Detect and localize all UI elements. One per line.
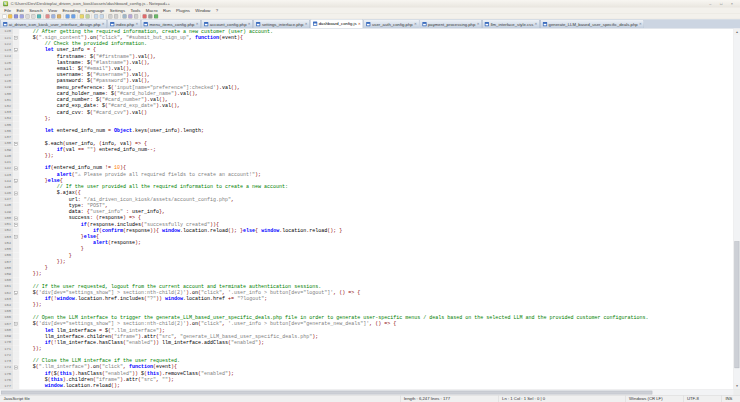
code-line-text: if(!llm_interface.hasClass("enabled")) l… <box>19 340 264 346</box>
scroll-up-icon[interactable]: ▲ <box>734 28 740 35</box>
replace-icon[interactable] <box>85 14 89 18</box>
menu-search[interactable]: Search <box>26 8 45 13</box>
tab-dashboard_config.js[interactable]: dashboard_config.js× <box>310 19 363 28</box>
tab-payment_processing.php[interactable]: payment_processing.php× <box>420 20 482 28</box>
code-line-text: }); <box>19 302 42 308</box>
menu-encoding[interactable]: Encoding <box>60 8 83 13</box>
open-folder-icon[interactable] <box>8 14 12 18</box>
print-icon[interactable] <box>37 14 41 18</box>
saved-file-icon <box>144 22 148 26</box>
close-all-icon[interactable] <box>31 14 35 18</box>
status-length-lines: length : 6,247 lines : 177 <box>400 395 498 402</box>
fold-collapse-icon[interactable] <box>14 36 17 39</box>
tab-llm_interface_style.css[interactable]: llm_interface_style.css× <box>482 20 540 28</box>
menu-plugins[interactable]: Plugins <box>173 8 192 13</box>
tab-settings_interface.php[interactable]: settings_interface.php× <box>253 20 309 28</box>
sync-horizontal-scrolling-icon[interactable] <box>114 14 118 18</box>
close-tab-icon[interactable]: × <box>136 22 138 26</box>
maximize-button[interactable]: □ <box>716 0 726 7</box>
menu-view[interactable]: View <box>45 8 59 13</box>
close-tab-icon[interactable]: × <box>477 22 479 26</box>
menu-settings[interactable]: Settings <box>107 8 128 13</box>
fold-collapse-icon[interactable] <box>14 322 17 325</box>
tab-user_auth_config.php[interactable]: user_auth_config.php× <box>363 20 419 28</box>
tab-label: generate_LLM_based_user_specific_deals.p… <box>549 22 638 27</box>
menu-run[interactable]: Run <box>160 8 173 13</box>
status-insert-mode[interactable]: INS <box>722 395 740 402</box>
fold-collapse-icon[interactable] <box>14 49 17 52</box>
code-line-text: }); <box>19 271 42 277</box>
tab-label: account_config.php <box>210 22 247 27</box>
zoom-out-icon[interactable] <box>100 14 104 18</box>
menu-file[interactable]: File <box>2 8 14 13</box>
fold-collapse-icon[interactable] <box>14 217 17 220</box>
menu-tools[interactable]: Tools <box>128 8 143 13</box>
save-all-icon[interactable] <box>20 14 24 18</box>
close-tab-icon[interactable]: × <box>196 22 198 26</box>
stop-macro-icon[interactable] <box>148 14 152 18</box>
saved-file-icon <box>204 22 208 26</box>
fold-collapse-icon[interactable] <box>14 179 17 182</box>
find-icon[interactable] <box>80 14 84 18</box>
fold-collapse-icon[interactable] <box>14 235 17 238</box>
record-macro-icon[interactable] <box>142 14 146 18</box>
vertical-scrollbar[interactable]: ▲ ▼ <box>733 28 740 389</box>
fold-collapse-icon[interactable] <box>14 192 17 195</box>
menu-macro[interactable]: Macro <box>143 8 160 13</box>
menu-window[interactable]: Window <box>193 8 213 13</box>
tab-label: settings_interface.php <box>262 22 303 27</box>
close-tab-icon[interactable]: × <box>414 22 416 26</box>
tab-index.php[interactable]: index.php× <box>107 20 140 28</box>
code-line-text: window.location.reload(); <box>19 383 120 389</box>
close-tab-icon[interactable]: × <box>305 22 307 26</box>
tab-ai_driven_icon_kiosk_user_interface_design.php[interactable]: ai_driven_icon_kiosk_user_interface_desi… <box>0 20 107 28</box>
vertical-scrollbar-thumb[interactable] <box>735 242 740 368</box>
paste-icon[interactable] <box>57 14 61 18</box>
saved-file-icon <box>110 22 114 26</box>
close-tab-icon[interactable]: × <box>639 22 641 26</box>
code-line-text: }; <box>19 116 51 122</box>
close-tab-icon[interactable]: × <box>102 22 104 26</box>
tab-menu_items_config.php[interactable]: menu_items_config.php× <box>141 20 201 28</box>
word-wrap-icon[interactable] <box>122 14 126 18</box>
horizontal-scrollbar-thumb[interactable] <box>1 391 652 394</box>
close-tab-icon[interactable]: × <box>248 22 250 26</box>
play-macro-icon[interactable] <box>154 14 158 18</box>
cut-icon[interactable] <box>45 14 49 18</box>
tab-label: user_auth_config.php <box>372 22 413 27</box>
horizontal-scrollbar[interactable] <box>0 390 740 395</box>
zoom-in-icon[interactable] <box>94 14 98 18</box>
fold-collapse-icon[interactable] <box>14 167 17 170</box>
close-button[interactable]: × <box>727 0 737 7</box>
sync-vertical-scrolling-icon[interactable] <box>108 14 112 18</box>
menu-help[interactable]: ? <box>213 8 221 13</box>
fold-collapse-icon[interactable] <box>14 291 17 294</box>
show-indent-guide-icon[interactable] <box>134 14 138 18</box>
close-tab-icon[interactable]: × <box>358 22 360 26</box>
window-controls: – □ × <box>705 0 737 7</box>
new-file-icon[interactable] <box>2 14 6 18</box>
status-encoding[interactable]: UTF-8 <box>683 395 722 402</box>
save-icon[interactable] <box>14 14 18 18</box>
status-eol-format[interactable]: Windows (CR LF) <box>625 395 683 402</box>
menu-language[interactable]: Language <box>83 8 107 13</box>
editor-area[interactable]: 120 // After getting the required inform… <box>0 28 740 389</box>
undo-icon[interactable] <box>65 14 69 18</box>
show-all-characters-icon[interactable] <box>128 14 132 18</box>
tab-account_config.php[interactable]: account_config.php× <box>201 20 253 28</box>
tab-generate_LLM_based_user_specific_deals.php[interactable]: generate_LLM_based_user_specific_deals.p… <box>540 20 644 28</box>
close-tab-icon[interactable]: × <box>535 22 537 26</box>
copy-icon[interactable] <box>51 14 55 18</box>
redo-icon[interactable] <box>71 14 75 18</box>
minimize-button[interactable]: – <box>705 0 715 7</box>
text-editor[interactable]: 120 // After getting the required inform… <box>0 28 733 389</box>
close-icon[interactable] <box>25 14 29 18</box>
status-cursor-position: Ln : 1 Col : 1 Sel : 0 | 0 <box>498 395 625 402</box>
line-number[interactable]: 177 <box>0 383 13 389</box>
code-line: 177 window.location.reload(); <box>0 383 733 389</box>
saved-file-icon <box>422 22 426 26</box>
fold-collapse-icon[interactable] <box>14 366 17 369</box>
fold-collapse-icon[interactable] <box>14 142 17 145</box>
fold-collapse-icon[interactable] <box>14 223 17 226</box>
menu-edit[interactable]: Edit <box>14 8 27 13</box>
